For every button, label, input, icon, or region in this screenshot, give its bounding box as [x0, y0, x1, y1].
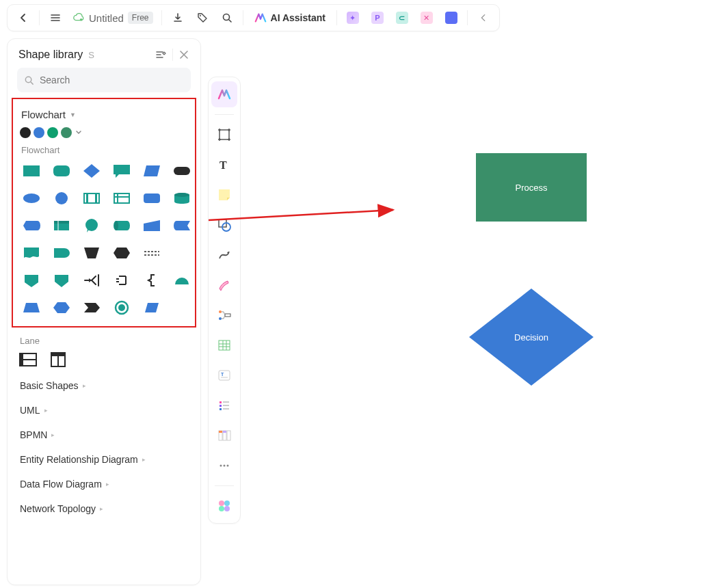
lane-vertical[interactable] — [49, 351, 68, 368]
shape-terminator[interactable] — [170, 161, 194, 181]
section-title[interactable]: Flowchart — [21, 109, 66, 120]
close-icon[interactable] — [178, 49, 189, 60]
svg-text:T: T — [221, 372, 224, 377]
table-tool[interactable] — [211, 332, 237, 358]
shape-alt-process[interactable] — [140, 188, 163, 209]
shape-semi-circle[interactable] — [170, 270, 194, 291]
lane-horizontal[interactable] — [18, 351, 38, 368]
shape-manual-input[interactable] — [140, 215, 163, 236]
pink-tool[interactable]: ✕ — [415, 6, 438, 29]
shape-document[interactable] — [20, 243, 43, 263]
category-basic-shapes[interactable]: Basic Shapes▸ — [20, 380, 188, 391]
connector-tool[interactable] — [211, 242, 237, 268]
shape-skew[interactable] — [140, 297, 163, 318]
ai-logo-icon — [254, 12, 267, 24]
mindmap-tool[interactable] — [211, 302, 237, 328]
process-node[interactable]: Process — [476, 153, 587, 222]
shape-comment[interactable] — [80, 215, 103, 236]
frame-tool[interactable] — [211, 122, 237, 148]
list-tool[interactable] — [211, 392, 237, 418]
shape-bracket[interactable] — [140, 270, 163, 291]
chevron-down-icon[interactable] — [75, 129, 83, 137]
apps-tool[interactable] — [211, 493, 237, 519]
svg-marker-33 — [53, 302, 70, 313]
search-button[interactable] — [215, 6, 239, 29]
ai-assistant-button[interactable]: AI Assistant — [248, 6, 332, 29]
download-button[interactable] — [166, 6, 189, 29]
svg-point-1 — [200, 15, 201, 16]
svg-point-3 — [25, 77, 31, 82]
shape-preparation[interactable] — [110, 243, 133, 263]
canvas[interactable]: Process Decision — [246, 38, 705, 588]
menu-button[interactable] — [44, 6, 67, 29]
search-input[interactable] — [40, 75, 184, 85]
shape-summing[interactable] — [110, 270, 133, 291]
category-erd[interactable]: Entity Relationship Diagram▸ — [20, 454, 188, 465]
shape-parallelogram[interactable] — [140, 161, 163, 181]
decision-node[interactable]: Decision — [469, 289, 594, 386]
search-input-wrap[interactable] — [17, 68, 191, 92]
shape-library-panel: Shape library S Flowchart ▼ Flowchart — [7, 38, 201, 585]
back-button[interactable] — [12, 6, 35, 29]
sort-icon[interactable] — [155, 49, 167, 61]
svg-point-50 — [219, 317, 222, 320]
panel-shortcut: S — [88, 50, 94, 60]
shape-decision[interactable] — [80, 161, 103, 181]
more-tool[interactable] — [211, 453, 237, 479]
shape-stored-data[interactable] — [170, 215, 194, 236]
shape-connector-ring[interactable] — [110, 297, 133, 318]
svg-rect-69 — [219, 431, 222, 433]
shape-circle[interactable] — [50, 188, 73, 209]
svg-rect-17 — [144, 193, 160, 203]
svg-rect-12 — [86, 193, 88, 203]
shape-trapezoid[interactable] — [20, 297, 43, 318]
svg-marker-26 — [84, 248, 99, 258]
shape-hexagon[interactable] — [50, 297, 73, 318]
category-dfd[interactable]: Data Flow Diagram▸ — [20, 479, 188, 490]
chevron-down-icon[interactable]: ▼ — [70, 111, 76, 118]
category-bpmn[interactable]: BPMN▸ — [20, 429, 188, 440]
sub-label: Flowchart — [18, 145, 189, 161]
shape-tool[interactable] — [211, 212, 237, 238]
shape-internal-storage[interactable] — [110, 188, 133, 209]
category-network[interactable]: Network Topology▸ — [20, 503, 188, 514]
collapse-button[interactable] — [472, 6, 495, 29]
shape-predefined[interactable] — [80, 188, 103, 209]
shape-offpage[interactable] — [20, 270, 43, 291]
color-palette[interactable] — [18, 127, 189, 145]
kanban-tool[interactable] — [211, 423, 237, 449]
shape-display[interactable] — [20, 215, 43, 236]
p-tool[interactable]: P — [366, 6, 389, 29]
shape-tag[interactable] — [80, 297, 103, 318]
shape-direct-data[interactable] — [110, 215, 133, 236]
svg-point-71 — [220, 465, 222, 467]
pen-tool[interactable] — [211, 272, 237, 298]
cursor-tool[interactable] — [211, 81, 237, 107]
sticky-note-tool[interactable] — [211, 182, 237, 208]
sparkle-tool[interactable]: ✦ — [341, 6, 364, 29]
svg-rect-68 — [227, 431, 230, 440]
svg-point-10 — [55, 192, 68, 204]
shape-callout[interactable] — [110, 161, 133, 181]
svg-rect-60 — [220, 401, 222, 403]
shape-delay[interactable] — [50, 243, 73, 263]
shape-card[interactable] — [50, 215, 73, 236]
shape-shield[interactable] — [50, 270, 73, 291]
svg-rect-42 — [51, 353, 65, 356]
shape-manual-op[interactable] — [80, 243, 103, 263]
textbox-tool[interactable]: T — [211, 362, 237, 388]
svg-rect-52 — [219, 340, 230, 350]
shape-database[interactable] — [170, 188, 194, 209]
chat-tool[interactable] — [440, 6, 463, 29]
shape-rounded[interactable] — [50, 161, 73, 181]
text-tool[interactable]: T — [211, 152, 237, 178]
c-tool[interactable]: ⊂ — [390, 6, 414, 29]
shape-process[interactable] — [20, 161, 43, 181]
shape-merge[interactable] — [80, 270, 103, 291]
svg-rect-21 — [54, 221, 69, 224]
shape-annotation-lines[interactable] — [140, 243, 163, 263]
tag-button[interactable] — [191, 6, 214, 29]
doc-title[interactable]: Untitled — [89, 12, 124, 24]
category-uml[interactable]: UML▸ — [20, 405, 188, 416]
shape-ellipse[interactable] — [20, 188, 43, 209]
